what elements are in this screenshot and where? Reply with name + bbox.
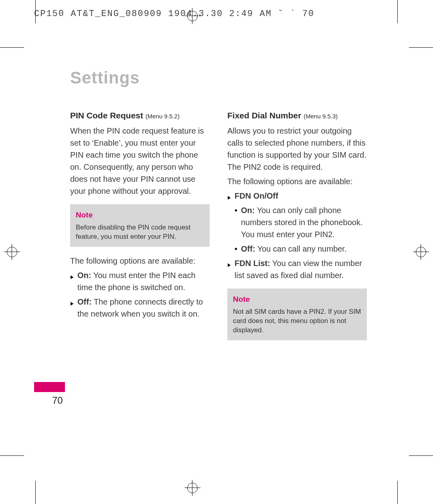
menu-ref: (Menu 9.5.3) <box>304 113 338 120</box>
crop-line <box>409 47 433 48</box>
option-text: The phone connects directly to the netwo… <box>77 297 203 318</box>
heading-text: PIN Code Request <box>70 111 143 120</box>
option-on: On: You must enter the PIN each time the… <box>70 269 210 293</box>
option-text: You can only call phone numbers stored i… <box>241 206 363 239</box>
registration-mark-icon <box>413 244 429 260</box>
crop-line <box>0 47 24 48</box>
registration-mark-icon <box>4 244 20 260</box>
note-box: Note Not all SIM cards have a PIN2. If y… <box>227 289 367 340</box>
crop-line <box>397 481 398 504</box>
option-text: You can call any number. <box>255 244 347 253</box>
option-label: Off: <box>77 297 92 306</box>
column-right: Fixed Dial Number (Menu 9.5.3) Allows yo… <box>227 110 367 348</box>
option-fdn-list: FDN List: You can view the number list s… <box>227 257 367 281</box>
suboption-off: Off: You can call any number. <box>227 243 367 255</box>
crop-line <box>35 0 36 23</box>
crop-line <box>409 455 433 456</box>
page-tab-accent <box>34 382 65 392</box>
heading-text: Fixed Dial Number <box>227 111 301 120</box>
intro-paragraph: Allows you to restrict your outgoing cal… <box>227 125 367 173</box>
note-body: Before disabling the PIN code request fe… <box>76 223 204 241</box>
options-intro: The following options are available: <box>70 255 210 267</box>
registration-mark-icon <box>184 8 200 24</box>
registration-mark-icon <box>184 480 200 496</box>
crop-line <box>397 0 398 23</box>
page-content: Settings PIN Code Request (Menu 9.5.2) W… <box>70 68 367 348</box>
option-label: FDN On/Off <box>235 191 278 200</box>
note-title: Note <box>233 293 361 305</box>
section-heading-fdn: Fixed Dial Number (Menu 9.5.3) <box>227 110 367 122</box>
page-title: Settings <box>70 68 367 87</box>
page-number: 70 <box>52 395 63 406</box>
option-label: On: <box>77 271 91 280</box>
option-text: You must enter the PIN each time the pho… <box>77 271 196 292</box>
option-label: On: <box>241 206 255 215</box>
print-header: CP150 AT&T_ENG_080909 1904.3.30 2:49 AM … <box>34 9 314 19</box>
options-intro: The following options are available: <box>227 175 367 187</box>
suboption-on: On: You can only call phone numbers stor… <box>227 204 367 240</box>
option-fdn-onoff: FDN On/Off <box>227 190 367 202</box>
option-label: Off: <box>241 244 255 253</box>
menu-ref: (Menu 9.5.2) <box>146 113 180 120</box>
option-off: Off: The phone connects directly to the … <box>70 296 210 320</box>
note-box: Note Before disabling the PIN code reque… <box>70 204 210 247</box>
intro-paragraph: When the PIN code request feature is set… <box>70 125 210 197</box>
crop-line <box>0 455 24 456</box>
crop-line <box>35 481 36 504</box>
note-body: Not all SIM cards have a PIN2. If your S… <box>233 307 361 335</box>
two-column-layout: PIN Code Request (Menu 9.5.2) When the P… <box>70 110 367 348</box>
section-heading-pin: PIN Code Request (Menu 9.5.2) <box>70 110 210 122</box>
option-label: FDN List: <box>235 259 270 268</box>
note-title: Note <box>76 209 204 221</box>
column-left: PIN Code Request (Menu 9.5.2) When the P… <box>70 110 210 348</box>
